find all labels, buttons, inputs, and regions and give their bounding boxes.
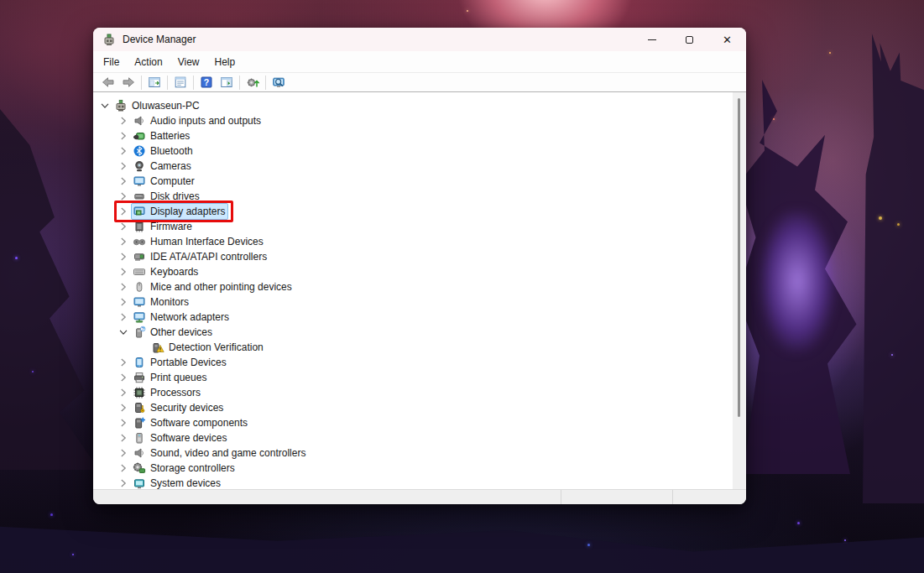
chevron-right-icon[interactable]	[117, 115, 129, 127]
particle-dot	[879, 216, 882, 220]
tree-item-system-devices[interactable]: System devices	[93, 476, 733, 489]
chevron-right-icon[interactable]	[117, 296, 129, 308]
chevron-right-icon[interactable]	[117, 206, 129, 217]
maximize-button[interactable]	[671, 28, 708, 51]
tree-item-content[interactable]: Bluetooth	[131, 143, 196, 159]
forward-button[interactable]	[118, 74, 138, 91]
show-console-tree-button[interactable]	[144, 74, 164, 91]
tree-item-content[interactable]: Print queues	[131, 369, 210, 386]
tree-item-processors[interactable]: Processors	[93, 385, 733, 400]
close-button[interactable]: ✕	[708, 28, 746, 51]
chevron-right-icon[interactable]	[117, 145, 129, 157]
chevron-right-icon[interactable]	[117, 221, 129, 232]
tree-item-ide-ata-atapi-controllers[interactable]: IDE ATA/ATAPI controllers	[93, 249, 733, 264]
scrollbar-thumb[interactable]	[738, 98, 740, 417]
tree-item-audio-inputs-and-outputs[interactable]: Audio inputs and outputs	[93, 113, 733, 128]
tree-item-label: Sound, video and game controllers	[150, 447, 305, 459]
remote-computer-button[interactable]	[269, 74, 289, 91]
back-button[interactable]	[98, 74, 118, 91]
tree-item-content[interactable]: Software components	[131, 414, 251, 431]
tree-item-label: Monitors	[150, 296, 189, 308]
tree-item-content[interactable]: Audio inputs and outputs	[131, 112, 264, 129]
chevron-right-icon[interactable]	[117, 266, 129, 278]
tree-item-monitors[interactable]: Monitors	[93, 294, 733, 310]
menu-view[interactable]: View	[170, 53, 207, 71]
particle-dot	[467, 10, 468, 12]
tree-item-display-adapters[interactable]: Display adapters	[93, 204, 733, 219]
tree-item-content[interactable]: Storage controllers	[131, 460, 238, 477]
particle-dot	[773, 118, 775, 120]
tree-item-content[interactable]: Cameras	[131, 158, 195, 175]
chevron-right-icon[interactable]	[117, 372, 129, 383]
chevron-right-icon[interactable]	[117, 432, 129, 444]
tree-item-software-devices[interactable]: Software devices	[93, 430, 733, 445]
tree-item-content[interactable]: Display adapters	[131, 203, 228, 220]
scan-hardware-changes-button[interactable]	[243, 74, 263, 91]
tree-item-portable-devices[interactable]: Portable Devices	[93, 355, 733, 370]
tree-item-detection-verification[interactable]: Detection Verification	[93, 340, 733, 355]
chevron-right-icon[interactable]	[117, 251, 129, 263]
tree-item-storage-controllers[interactable]: Storage controllers	[93, 461, 733, 476]
chevron-right-icon[interactable]	[117, 417, 129, 429]
tree-item-content[interactable]: Processors	[131, 384, 204, 401]
menu-file[interactable]: File	[96, 53, 127, 71]
tree-item-print-queues[interactable]: Print queues	[93, 370, 733, 385]
tree-item-keyboards[interactable]: Keyboards	[93, 264, 733, 279]
tree-item-content[interactable]: System devices	[131, 475, 224, 489]
chevron-right-icon[interactable]	[117, 236, 129, 247]
tree-item-content[interactable]: IDE ATA/ATAPI controllers	[131, 248, 270, 265]
title-bar[interactable]: Device Manager ✕	[93, 28, 746, 51]
tree-item-human-interface-devices[interactable]: Human Interface Devices	[93, 234, 733, 249]
chevron-right-icon[interactable]	[117, 130, 129, 142]
particle-dot	[72, 554, 74, 555]
tree-item-bluetooth[interactable]: Bluetooth	[93, 143, 733, 159]
tree-item-content[interactable]: Security devices	[131, 399, 227, 416]
menu-help[interactable]: Help	[207, 53, 243, 71]
tree-item-network-adapters[interactable]: Network adapters	[93, 310, 733, 325]
minimize-button[interactable]	[633, 28, 671, 51]
tree-item-content[interactable]: Detection Verification	[149, 339, 267, 356]
tree-item-content[interactable]: Sound, video and game controllers	[131, 445, 309, 461]
vertical-scrollbar[interactable]	[733, 92, 746, 489]
chevron-right-icon[interactable]	[117, 160, 129, 172]
tree-item-content[interactable]: Oluwaseun-PC	[112, 97, 203, 114]
chevron-right-icon[interactable]	[117, 402, 129, 414]
tree-item-content[interactable]: Computer	[131, 173, 198, 190]
tree-item-oluwaseun-pc[interactable]: Oluwaseun-PC	[93, 98, 733, 113]
device-manager-app-icon	[102, 33, 116, 46]
tree-item-content[interactable]: Software devices	[131, 430, 230, 446]
chevron-down-icon[interactable]	[99, 100, 111, 112]
chevron-right-icon[interactable]	[117, 477, 129, 489]
chevron-right-icon[interactable]	[117, 281, 129, 293]
tree-item-content[interactable]: Batteries	[131, 128, 193, 144]
help-button[interactable]: ?	[196, 74, 217, 91]
tree-item-mice-and-other-pointing-devices[interactable]: Mice and other pointing devices	[93, 279, 733, 294]
tree-item-computer[interactable]: Computer	[93, 174, 733, 189]
chevron-right-icon[interactable]	[117, 311, 129, 323]
tree-item-content[interactable]: Mice and other pointing devices	[131, 279, 295, 295]
chevron-down-icon[interactable]	[117, 326, 129, 338]
properties-button[interactable]	[170, 74, 191, 91]
tree-item-content[interactable]: Monitors	[131, 294, 192, 310]
action-pane-button[interactable]	[217, 74, 237, 91]
tree-item-content[interactable]: Keyboards	[131, 263, 201, 280]
tree-item-sound-video-and-game-controllers[interactable]: Sound, video and game controllers	[93, 445, 733, 461]
storage-icon	[133, 461, 146, 475]
chevron-right-icon[interactable]	[117, 175, 129, 187]
tree-item-content[interactable]: Human Interface Devices	[131, 233, 267, 250]
tree-item-content[interactable]: ?Other devices	[131, 324, 216, 341]
chevron-right-icon[interactable]	[117, 447, 129, 459]
tree-item-batteries[interactable]: Batteries	[93, 128, 733, 143]
chevron-right-icon[interactable]	[117, 387, 129, 398]
tree-item-content[interactable]: Portable Devices	[131, 354, 230, 371]
tree-item-cameras[interactable]: Cameras	[93, 159, 733, 174]
menu-action[interactable]: Action	[127, 53, 170, 71]
tree-item-security-devices[interactable]: Security devices	[93, 400, 733, 415]
tree-item-content[interactable]: Network adapters	[131, 309, 232, 326]
security-icon	[133, 401, 146, 414]
tree-item-label: Keyboards	[150, 266, 198, 278]
tree-item-software-components[interactable]: Software components	[93, 415, 733, 430]
chevron-right-icon[interactable]	[117, 357, 129, 368]
chevron-right-icon[interactable]	[117, 462, 129, 474]
tree-item-other-devices[interactable]: ?Other devices	[93, 325, 733, 340]
